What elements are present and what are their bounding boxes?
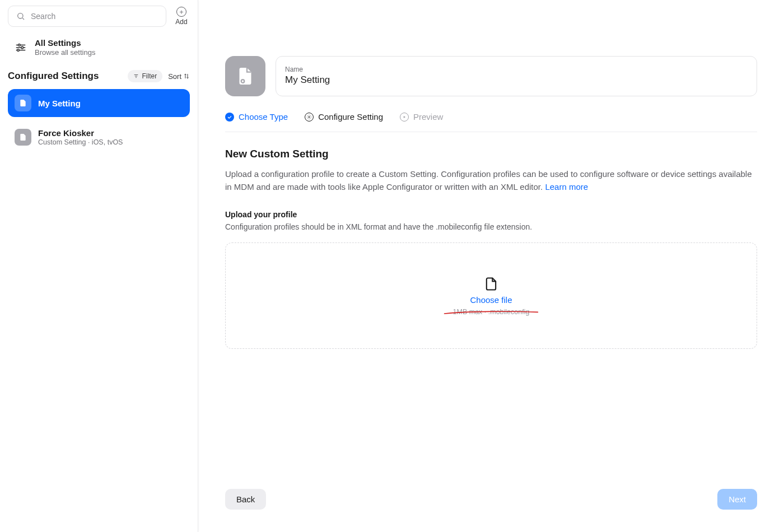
plus-circle-icon: ＋	[176, 7, 186, 17]
name-value: My Setting	[285, 74, 748, 86]
sidebar-item-subtitle: Custom Setting · iOS, tvOS	[38, 138, 123, 146]
play-circle-icon	[400, 113, 409, 122]
gear-circle-icon	[305, 113, 314, 122]
filter-icon	[133, 73, 139, 79]
svg-line-1	[22, 18, 24, 20]
file-icon	[483, 276, 499, 292]
search-box[interactable]	[8, 6, 166, 27]
all-settings-nav[interactable]: All Settings Browse all settings	[8, 32, 190, 61]
setting-gear-icon	[15, 129, 31, 146]
section-title: Configured Settings	[8, 71, 99, 82]
upload-title: Upload your profile	[225, 210, 757, 219]
sidebar-item-label: My Setting	[38, 99, 81, 108]
choose-file-link[interactable]: Choose file	[470, 295, 512, 305]
page-heading: New Custom Setting	[225, 148, 757, 160]
all-settings-subtitle: Browse all settings	[35, 48, 95, 57]
search-icon	[16, 12, 25, 21]
name-field[interactable]: Name My Setting	[276, 56, 757, 96]
add-label: Add	[175, 18, 187, 26]
sidebar-item-label: Force Kiosker	[38, 128, 123, 138]
file-hint: 1MB max · .mobileconfig	[453, 308, 530, 316]
configured-settings-header: Configured Settings Filter Sort	[8, 67, 190, 83]
sort-button[interactable]: Sort	[168, 72, 190, 81]
svg-point-7	[17, 49, 20, 51]
setting-gear-icon	[15, 95, 31, 111]
sort-arrows-icon	[183, 73, 190, 80]
upload-block: Upload your profile Configuration profil…	[225, 210, 757, 349]
sidebar-item-my-setting[interactable]: My Setting	[8, 89, 190, 117]
upload-subtitle: Configuration profiles should be in XML …	[225, 222, 757, 231]
setting-big-icon	[225, 56, 265, 96]
name-row: Name My Setting	[225, 56, 757, 96]
all-settings-title: All Settings	[35, 38, 95, 48]
svg-point-0	[18, 13, 23, 18]
step-label: Choose Type	[239, 112, 288, 122]
form-section: New Custom Setting Upload a configuratio…	[225, 148, 757, 349]
check-circle-icon	[225, 113, 234, 122]
next-button[interactable]: Next	[717, 489, 757, 510]
search-row: ＋ Add	[8, 4, 190, 27]
file-dropzone[interactable]: Choose file 1MB max · .mobileconfig	[225, 242, 757, 349]
page-description: Upload a configuration profile to create…	[225, 168, 757, 193]
sidebar-item-force-kiosker[interactable]: Force Kiosker Custom Setting · iOS, tvOS	[8, 123, 190, 152]
filter-label: Filter	[142, 72, 157, 80]
name-label: Name	[285, 66, 748, 73]
learn-more-link[interactable]: Learn more	[545, 182, 588, 192]
sort-label: Sort	[168, 72, 181, 81]
filter-button[interactable]: Filter	[128, 70, 162, 82]
wizard-steps: Choose Type Configure Setting Preview	[225, 112, 757, 132]
step-preview: Preview	[400, 112, 443, 122]
search-input[interactable]	[31, 12, 158, 21]
wizard-footer: Back Next	[225, 489, 757, 510]
svg-marker-16	[404, 115, 405, 118]
step-label: Configure Setting	[318, 112, 383, 122]
step-configure-setting[interactable]: Configure Setting	[305, 112, 383, 122]
svg-point-14	[242, 80, 244, 82]
step-choose-type[interactable]: Choose Type	[225, 112, 288, 122]
back-button[interactable]: Back	[225, 489, 266, 510]
svg-point-15	[309, 116, 310, 118]
sliders-icon	[15, 41, 27, 54]
svg-point-5	[21, 46, 24, 49]
sidebar: ＋ Add All Settings Browse all settings C…	[0, 0, 198, 532]
main-pane: Name My Setting Choose Type Configure Se…	[198, 0, 784, 532]
svg-point-3	[18, 44, 20, 46]
step-label: Preview	[413, 112, 443, 122]
add-button[interactable]: ＋ Add	[173, 7, 190, 26]
